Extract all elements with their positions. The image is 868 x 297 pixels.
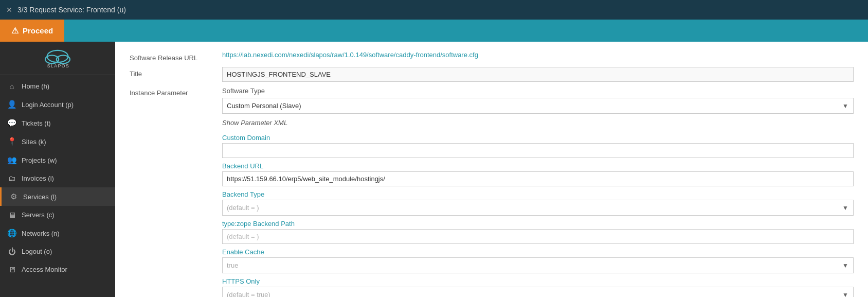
software-release-url-row: Software Release URL https://lab.nexedi.… [130,51,854,62]
invoices-icon: 🗂 [7,174,16,183]
networks-icon: 🌐 [7,229,16,238]
https-only-wrapper: (default = true) true false ▼ [222,287,854,297]
page-title: 3/3 Request Service: Frontend (u) [17,6,126,14]
sidebar-nav: ⌂ Home (h) 👤 Login Account (p) 💬 Tickets… [0,77,115,278]
sidebar-item-services-label: Services (l) [23,193,57,201]
sidebar-item-invoices-label: Invoices (i) [22,174,54,182]
sidebar-item-login-account[interactable]: 👤 Login Account (p) [0,95,115,114]
logout-icon: ⏻ [7,247,16,256]
zope-backend-path-input[interactable] [222,229,854,244]
sidebar-item-services[interactable]: ⚙ Services (l) [0,187,115,206]
sidebar-item-networks-label: Networks (n) [22,230,60,237]
projects-icon: 👥 [7,155,16,165]
proceed-button[interactable]: ⚠ Proceed [0,20,64,42]
title-input[interactable] [222,67,854,82]
sidebar-item-access-monitor[interactable]: 🖥 Access Monitor [0,260,115,278]
sidebar-item-invoices[interactable]: 🗂 Invoices (i) [0,169,115,187]
sidebar-item-projects[interactable]: 👥 Projects (w) [0,151,115,169]
proceed-label: Proceed [23,26,53,35]
services-icon: ⚙ [9,192,18,201]
sidebar-item-access-monitor-label: Access Monitor [22,266,67,273]
title-field-wrapper [222,67,854,82]
action-bar: ⚠ Proceed [0,20,868,42]
sidebar-item-tickets-label: Tickets (t) [22,119,51,127]
enable-cache-wrapper: true (default = false) ▼ [222,257,854,273]
https-only-select[interactable]: (default = true) true false [222,287,854,297]
instance-parameter-label: Instance Parameter [130,87,222,97]
servers-icon: 🖥 [7,211,16,219]
tickets-icon: 💬 [7,118,16,128]
svg-text:SLAPOS: SLAPOS [47,63,70,68]
sites-icon: 📍 [7,137,16,146]
software-type-wrapper: Custom Personal (Slave) Default RootSoft… [222,98,854,114]
sidebar-item-home[interactable]: ⌂ Home (h) [0,77,115,95]
warning-icon: ⚠ [11,26,19,36]
backend-type-select[interactable]: (default = ) [222,200,854,216]
home-icon: ⌂ [7,82,16,91]
https-only-label: HTTPS Only [222,277,854,285]
software-type-label: Software Type [222,87,854,95]
title-label: Title [130,67,222,78]
enable-cache-label: Enable Cache [222,248,854,256]
software-type-select[interactable]: Custom Personal (Slave) Default RootSoft… [222,98,854,114]
backend-type-label: Backend Type [222,190,854,198]
instance-parameter-row: Instance Parameter Software Type Custom … [130,87,854,297]
instance-parameter-content: Software Type Custom Personal (Slave) De… [222,87,854,297]
software-release-url-label: Software Release URL [130,51,222,62]
sidebar-item-sites[interactable]: 📍 Sites (k) [0,132,115,151]
backend-url-input[interactable] [222,171,854,186]
show-xml-link[interactable]: Show Parameter XML [222,119,287,127]
custom-domain-section: Custom Domain Backend URL Backend Type (… [222,134,854,297]
sidebar-item-networks[interactable]: 🌐 Networks (n) [0,224,115,242]
custom-domain-label: Custom Domain [222,134,854,142]
title-row: Title [130,67,854,82]
close-icon[interactable]: ✕ [6,6,12,14]
zope-backend-path-label: type:zope Backend Path [222,220,854,228]
sidebar-item-sites-label: Sites (k) [22,138,46,146]
monitor-icon: 🖥 [7,265,16,274]
sidebar-item-tickets[interactable]: 💬 Tickets (t) [0,114,115,132]
backend-type-wrapper: (default = ) ▼ [222,200,854,216]
software-release-url-value: https://lab.nexedi.com/nexedi/slapos/raw… [222,51,854,59]
backend-url-label: Backend URL [222,162,854,170]
enable-cache-select[interactable]: true (default = false) [222,257,854,273]
user-icon: 👤 [7,100,16,109]
custom-domain-input[interactable] [222,143,854,158]
top-bar: ✕ 3/3 Request Service: Frontend (u) [0,0,868,20]
sidebar: SLAPOS ⌂ Home (h) 👤 Login Account (p) 💬 … [0,42,115,297]
software-release-url-link[interactable]: https://lab.nexedi.com/nexedi/slapos/raw… [222,51,478,59]
sidebar-item-home-label: Home (h) [22,82,49,90]
sidebar-item-login-label: Login Account (p) [22,101,74,109]
sidebar-item-servers-label: Servers (c) [22,211,55,219]
sidebar-logo: SLAPOS [0,42,115,75]
sidebar-item-logout[interactable]: ⏻ Logout (o) [0,242,115,260]
sidebar-item-logout-label: Logout (o) [22,248,52,255]
sidebar-item-projects-label: Projects (w) [22,156,57,164]
sidebar-item-servers[interactable]: 🖥 Servers (c) [0,206,115,224]
main-layout: SLAPOS ⌂ Home (h) 👤 Login Account (p) 💬 … [0,42,868,297]
content-area: Software Release URL https://lab.nexedi.… [115,42,868,297]
